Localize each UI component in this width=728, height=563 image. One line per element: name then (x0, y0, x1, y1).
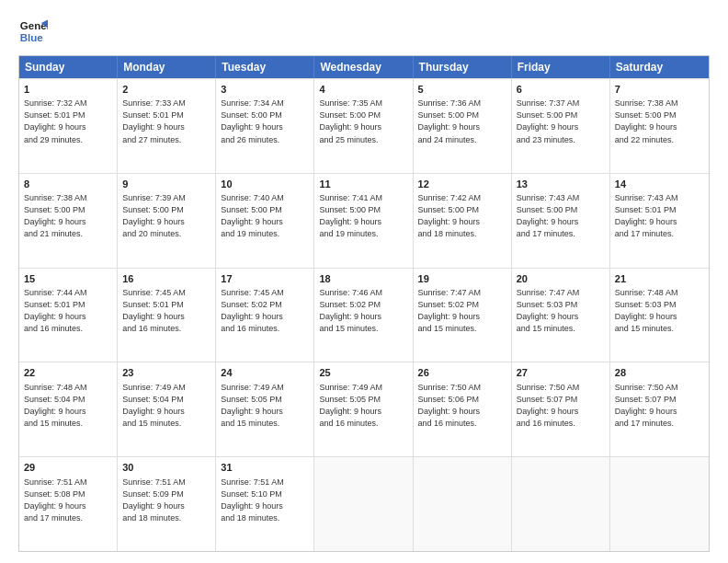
cal-cell-8: 8Sunrise: 7:38 AMSunset: 5:00 PMDaylight… (19, 174, 118, 268)
cal-cell-2: 2Sunrise: 7:33 AMSunset: 5:01 PMDaylight… (118, 79, 216, 173)
day-number: 25 (319, 366, 407, 380)
cal-cell-17: 17Sunrise: 7:45 AMSunset: 5:02 PMDayligh… (216, 269, 314, 362)
day-info: Sunrise: 7:43 AMSunset: 5:01 PMDaylight:… (615, 192, 704, 240)
cal-week-1: 1Sunrise: 7:32 AMSunset: 5:01 PMDaylight… (19, 78, 709, 173)
day-info: Sunrise: 7:40 AMSunset: 5:00 PMDaylight:… (221, 192, 309, 240)
day-number: 21 (615, 272, 704, 286)
page: General Blue SundayMondayTuesdayWednesda… (0, 0, 728, 563)
day-number: 26 (418, 366, 506, 380)
header: General Blue (18, 17, 710, 46)
cal-cell-10: 10Sunrise: 7:40 AMSunset: 5:00 PMDayligh… (216, 174, 314, 268)
cal-cell-24: 24Sunrise: 7:49 AMSunset: 5:05 PMDayligh… (216, 362, 314, 456)
day-info: Sunrise: 7:48 AMSunset: 5:03 PMDaylight:… (615, 287, 704, 335)
logo: General Blue (18, 17, 48, 46)
cal-cell-empty (314, 457, 413, 551)
day-number: 3 (221, 83, 309, 97)
day-number: 2 (122, 83, 210, 97)
day-info: Sunrise: 7:49 AMSunset: 5:05 PMDaylight:… (221, 382, 309, 430)
day-number: 18 (319, 272, 407, 286)
cal-cell-empty (512, 457, 610, 551)
cal-cell-22: 22Sunrise: 7:48 AMSunset: 5:04 PMDayligh… (19, 362, 118, 456)
cal-cell-27: 27Sunrise: 7:50 AMSunset: 5:07 PMDayligh… (512, 362, 610, 456)
cal-cell-11: 11Sunrise: 7:41 AMSunset: 5:00 PMDayligh… (314, 174, 413, 268)
day-info: Sunrise: 7:32 AMSunset: 5:01 PMDaylight:… (24, 98, 112, 145)
day-info: Sunrise: 7:46 AMSunset: 5:02 PMDaylight:… (319, 287, 407, 335)
calendar-header: SundayMondayTuesdayWednesdayThursdayFrid… (19, 56, 709, 78)
cal-cell-12: 12Sunrise: 7:42 AMSunset: 5:00 PMDayligh… (414, 174, 512, 268)
cal-header-tuesday: Tuesday (216, 56, 314, 78)
day-info: Sunrise: 7:45 AMSunset: 5:01 PMDaylight:… (122, 287, 210, 335)
day-number: 10 (221, 178, 309, 191)
cal-week-5: 29Sunrise: 7:51 AMSunset: 5:08 PMDayligh… (19, 456, 709, 551)
day-number: 19 (418, 272, 506, 286)
logo-icon: General Blue (18, 17, 48, 46)
day-info: Sunrise: 7:45 AMSunset: 5:02 PMDaylight:… (221, 287, 309, 335)
calendar: SundayMondayTuesdayWednesdayThursdayFrid… (18, 55, 710, 552)
calendar-body: 1Sunrise: 7:32 AMSunset: 5:01 PMDaylight… (19, 78, 709, 551)
day-info: Sunrise: 7:47 AMSunset: 5:02 PMDaylight:… (418, 287, 506, 335)
day-number: 13 (517, 178, 605, 191)
day-number: 23 (122, 366, 210, 380)
cal-header-monday: Monday (118, 56, 216, 78)
cal-cell-9: 9Sunrise: 7:39 AMSunset: 5:00 PMDaylight… (118, 174, 216, 268)
day-info: Sunrise: 7:39 AMSunset: 5:00 PMDaylight:… (122, 192, 210, 240)
day-number: 29 (24, 461, 112, 475)
cal-header-sunday: Sunday (19, 56, 118, 78)
cal-cell-26: 26Sunrise: 7:50 AMSunset: 5:06 PMDayligh… (414, 362, 512, 456)
day-number: 30 (122, 461, 210, 475)
day-number: 17 (221, 272, 309, 286)
cal-cell-30: 30Sunrise: 7:51 AMSunset: 5:09 PMDayligh… (118, 457, 216, 551)
day-number: 11 (319, 178, 407, 191)
cal-cell-28: 28Sunrise: 7:50 AMSunset: 5:07 PMDayligh… (610, 362, 709, 456)
cal-cell-16: 16Sunrise: 7:45 AMSunset: 5:01 PMDayligh… (118, 269, 216, 362)
cal-cell-15: 15Sunrise: 7:44 AMSunset: 5:01 PMDayligh… (19, 269, 118, 362)
day-info: Sunrise: 7:51 AMSunset: 5:10 PMDaylight:… (221, 477, 309, 524)
day-info: Sunrise: 7:37 AMSunset: 5:00 PMDaylight:… (517, 98, 605, 145)
day-number: 31 (221, 461, 309, 475)
day-info: Sunrise: 7:36 AMSunset: 5:00 PMDaylight:… (418, 98, 506, 145)
cal-cell-19: 19Sunrise: 7:47 AMSunset: 5:02 PMDayligh… (414, 269, 512, 362)
cal-header-wednesday: Wednesday (314, 56, 413, 78)
svg-text:Blue: Blue (20, 32, 44, 43)
cal-cell-18: 18Sunrise: 7:46 AMSunset: 5:02 PMDayligh… (314, 269, 413, 362)
cal-cell-1: 1Sunrise: 7:32 AMSunset: 5:01 PMDaylight… (19, 79, 118, 173)
day-info: Sunrise: 7:51 AMSunset: 5:09 PMDaylight:… (122, 477, 210, 524)
day-number: 24 (221, 366, 309, 380)
cal-week-2: 8Sunrise: 7:38 AMSunset: 5:00 PMDaylight… (19, 173, 709, 268)
day-number: 9 (122, 178, 210, 191)
day-info: Sunrise: 7:50 AMSunset: 5:06 PMDaylight:… (418, 382, 506, 430)
cal-cell-14: 14Sunrise: 7:43 AMSunset: 5:01 PMDayligh… (610, 174, 709, 268)
day-info: Sunrise: 7:38 AMSunset: 5:00 PMDaylight:… (615, 98, 704, 145)
day-info: Sunrise: 7:38 AMSunset: 5:00 PMDaylight:… (24, 192, 112, 240)
day-number: 6 (517, 83, 605, 97)
day-number: 22 (24, 366, 112, 380)
cal-cell-empty (610, 457, 709, 551)
day-info: Sunrise: 7:34 AMSunset: 5:00 PMDaylight:… (221, 98, 309, 145)
cal-cell-20: 20Sunrise: 7:47 AMSunset: 5:03 PMDayligh… (512, 269, 610, 362)
cal-header-friday: Friday (512, 56, 610, 78)
day-info: Sunrise: 7:48 AMSunset: 5:04 PMDaylight:… (24, 382, 112, 430)
cal-cell-4: 4Sunrise: 7:35 AMSunset: 5:00 PMDaylight… (314, 79, 413, 173)
day-number: 28 (615, 366, 704, 380)
day-info: Sunrise: 7:49 AMSunset: 5:05 PMDaylight:… (319, 382, 407, 430)
day-info: Sunrise: 7:41 AMSunset: 5:00 PMDaylight:… (319, 192, 407, 240)
day-number: 14 (615, 178, 704, 191)
day-number: 7 (615, 83, 704, 97)
cal-cell-6: 6Sunrise: 7:37 AMSunset: 5:00 PMDaylight… (512, 79, 610, 173)
day-number: 1 (24, 83, 112, 97)
day-info: Sunrise: 7:43 AMSunset: 5:00 PMDaylight:… (517, 192, 605, 240)
day-number: 16 (122, 272, 210, 286)
day-info: Sunrise: 7:50 AMSunset: 5:07 PMDaylight:… (615, 382, 704, 430)
day-info: Sunrise: 7:47 AMSunset: 5:03 PMDaylight:… (517, 287, 605, 335)
cal-cell-empty (414, 457, 512, 551)
day-info: Sunrise: 7:42 AMSunset: 5:00 PMDaylight:… (418, 192, 506, 240)
day-number: 27 (517, 366, 605, 380)
cal-cell-23: 23Sunrise: 7:49 AMSunset: 5:04 PMDayligh… (118, 362, 216, 456)
day-number: 5 (418, 83, 506, 97)
cal-cell-7: 7Sunrise: 7:38 AMSunset: 5:00 PMDaylight… (610, 79, 709, 173)
cal-week-3: 15Sunrise: 7:44 AMSunset: 5:01 PMDayligh… (19, 268, 709, 362)
cal-cell-5: 5Sunrise: 7:36 AMSunset: 5:00 PMDaylight… (414, 79, 512, 173)
day-number: 8 (24, 178, 112, 191)
day-number: 20 (517, 272, 605, 286)
day-info: Sunrise: 7:35 AMSunset: 5:00 PMDaylight:… (319, 98, 407, 145)
